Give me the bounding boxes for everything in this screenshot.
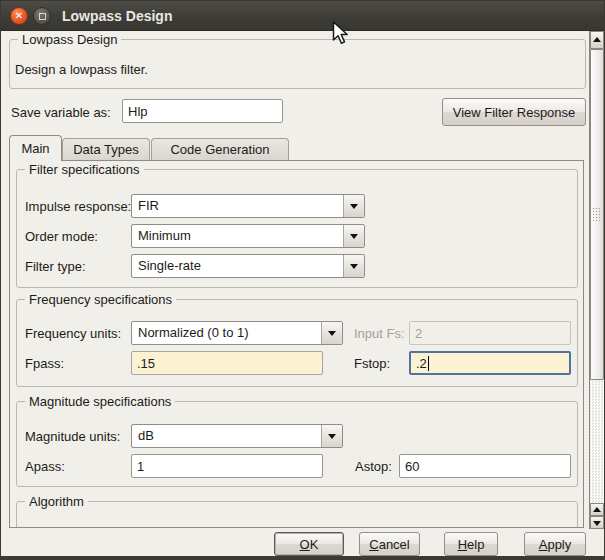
- filter-specifications-legend: Filter specifications: [25, 162, 144, 177]
- arrow-up-icon: [593, 507, 601, 512]
- text-caret: [428, 356, 429, 371]
- astop-input[interactable]: [399, 454, 571, 478]
- main-tab-panel: Filter specifications Impulse response: …: [9, 160, 584, 528]
- chevron-down-icon[interactable]: [343, 255, 364, 277]
- apply-button[interactable]: Apply: [524, 532, 586, 556]
- fpass-label: Fpass:: [25, 356, 64, 371]
- scroll-up-button-bottom[interactable]: [590, 503, 604, 516]
- frequency-specifications-legend: Frequency specifications: [25, 292, 176, 307]
- filter-specifications-group: Filter specifications Impulse response: …: [16, 169, 578, 288]
- chevron-down-icon[interactable]: [343, 225, 364, 247]
- ok-button[interactable]: OK: [274, 532, 344, 556]
- header-group: Lowpass Design Design a lowpass filter.: [9, 39, 586, 89]
- vertical-scrollbar[interactable]: [589, 31, 605, 529]
- close-button[interactable]: ✕: [10, 7, 28, 25]
- chevron-down-icon[interactable]: [343, 195, 364, 217]
- grip-dots-icon: [592, 207, 601, 222]
- algorithm-group: Algorithm: [16, 501, 578, 528]
- arrow-down-icon: [593, 521, 601, 526]
- scroll-up-button[interactable]: [590, 31, 604, 49]
- tab-code-generation[interactable]: Code Generation: [151, 138, 289, 161]
- window-bottom-edge: [1, 556, 604, 559]
- fstop-label: Fstop:: [354, 356, 390, 371]
- chevron-down-icon[interactable]: [321, 322, 342, 344]
- magnitude-units-label: Magnitude units:: [25, 429, 120, 444]
- chevron-down-icon[interactable]: [321, 425, 342, 447]
- header-group-legend: Lowpass Design: [18, 32, 121, 47]
- apass-input[interactable]: [131, 454, 323, 478]
- fpass-input[interactable]: [131, 351, 323, 375]
- help-button[interactable]: Help: [444, 532, 498, 556]
- algorithm-legend: Algorithm: [25, 494, 88, 509]
- tab-data-types[interactable]: Data Types: [62, 138, 150, 161]
- filter-type-label: Filter type:: [25, 259, 86, 274]
- scroll-down-button[interactable]: [590, 516, 604, 529]
- dialog-description: Design a lowpass filter.: [15, 62, 148, 77]
- input-fs-field: [409, 321, 571, 345]
- magnitude-specifications-group: Magnitude specifications Magnitude units…: [16, 401, 578, 487]
- order-mode-label: Order mode:: [25, 229, 98, 244]
- maximize-icon: [39, 13, 46, 20]
- lowpass-design-window: ✕ Lowpass Design Lowpass Design Design a…: [0, 0, 605, 560]
- frequency-units-label: Frequency units:: [25, 326, 121, 341]
- frequency-units-select[interactable]: Normalized (0 to 1): [131, 321, 343, 345]
- filter-type-select[interactable]: Single-rate: [131, 254, 365, 278]
- scrollbar-thumb[interactable]: [590, 49, 604, 380]
- fstop-input[interactable]: .2: [409, 351, 571, 375]
- impulse-response-select[interactable]: FIR: [131, 194, 365, 218]
- input-fs-label: Input Fs:: [354, 326, 405, 341]
- tab-main[interactable]: Main: [9, 135, 62, 161]
- frequency-specifications-group: Frequency specifications Frequency units…: [16, 299, 578, 387]
- apass-label: Apass:: [25, 459, 65, 474]
- titlebar[interactable]: ✕ Lowpass Design: [1, 1, 604, 31]
- cancel-button[interactable]: Cancel: [359, 532, 420, 556]
- magnitude-units-select[interactable]: dB: [131, 424, 343, 448]
- magnitude-specifications-legend: Magnitude specifications: [25, 394, 175, 409]
- close-icon: ✕: [15, 10, 23, 21]
- mouse-cursor: [332, 21, 354, 47]
- view-filter-response-button[interactable]: View Filter Response: [442, 98, 586, 126]
- save-variable-input[interactable]: [122, 99, 283, 123]
- maximize-button[interactable]: [33, 7, 51, 25]
- save-variable-label: Save variable as:: [11, 105, 111, 120]
- impulse-response-label: Impulse response:: [25, 199, 131, 214]
- astop-label: Astop:: [355, 459, 392, 474]
- order-mode-select[interactable]: Minimum: [131, 224, 365, 248]
- window-title: Lowpass Design: [62, 8, 172, 24]
- arrow-up-icon: [593, 37, 601, 42]
